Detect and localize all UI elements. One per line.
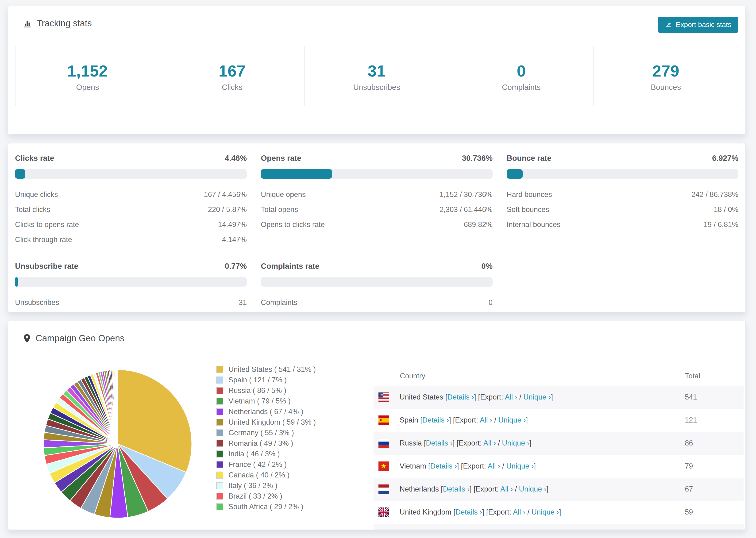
legend-item-canada: Canada ( 40 / 2% ) bbox=[216, 471, 338, 479]
export-all-link[interactable]: All › bbox=[505, 393, 517, 401]
rate-row-value: 4.147% bbox=[222, 236, 247, 244]
rate-row-value: 0 bbox=[489, 298, 493, 307]
progress-bar-fill bbox=[507, 169, 523, 179]
legend-label: Spain ( 121 / 7% ) bbox=[229, 376, 287, 384]
dotted-leader bbox=[563, 227, 701, 227]
country-flag-icon-nl bbox=[378, 484, 389, 494]
stat-cell-unsubscribes: 31Unsubscribes bbox=[304, 46, 449, 106]
geo-table-header-row: Country Total bbox=[374, 366, 743, 386]
stat-label: Unsubscribes bbox=[305, 83, 449, 92]
legend-label: Netherlands ( 67 / 4% ) bbox=[229, 407, 303, 416]
export-unique-link[interactable]: Unique › bbox=[519, 485, 546, 493]
legend-swatch bbox=[216, 461, 223, 468]
rate-block-unsubscribe-rate: Unsubscribe rate0.77%Unsubscribes31 bbox=[15, 262, 247, 310]
rate-row-label: Click through rate bbox=[15, 236, 72, 244]
country-links: Spain [Details ›] [Export: All › / Uniqu… bbox=[400, 416, 528, 424]
rates-card: Clicks rate4.46%Unique clicks167 / 4.456… bbox=[8, 143, 746, 312]
progress-bar-fill bbox=[15, 169, 26, 179]
legend-label: India ( 46 / 3% ) bbox=[229, 450, 280, 458]
progress-bar-track bbox=[15, 277, 247, 287]
export-basic-stats-button[interactable]: Export basic stats bbox=[658, 17, 738, 32]
rate-block-clicks-rate: Clicks rate4.46%Unique clicks167 / 4.456… bbox=[15, 154, 247, 247]
legend-swatch bbox=[216, 503, 223, 510]
export-unique-link[interactable]: Unique › bbox=[498, 416, 526, 424]
legend-label: Canada ( 40 / 2% ) bbox=[229, 471, 290, 479]
rate-row-label: Unsubscribes bbox=[15, 298, 59, 307]
rate-title: Complaints rate bbox=[261, 262, 319, 271]
progress-bar-track bbox=[15, 169, 247, 179]
dotted-leader bbox=[53, 212, 205, 212]
legend-item-france: France ( 42 / 2% ) bbox=[216, 460, 338, 469]
rate-row-label: Complaints bbox=[261, 298, 297, 307]
dotted-leader bbox=[328, 227, 461, 227]
details-link[interactable]: Details › bbox=[447, 393, 474, 401]
details-link[interactable]: Details › bbox=[422, 416, 449, 424]
rate-row-value: 31 bbox=[239, 298, 247, 307]
total-cell: 86 bbox=[685, 432, 743, 455]
rate-value: 0% bbox=[481, 262, 493, 271]
geo-pie-chart[interactable] bbox=[42, 369, 193, 519]
dotted-leader bbox=[75, 242, 219, 242]
legend-item-germany: Germany ( 55 / 3% ) bbox=[216, 429, 338, 437]
export-all-link[interactable]: All › bbox=[500, 485, 513, 493]
total-cell: 121 bbox=[685, 409, 743, 432]
country-name: United Kingdom bbox=[400, 508, 452, 516]
rate-row: Complaints0 bbox=[261, 295, 493, 310]
total-cell: 541 bbox=[685, 386, 743, 409]
geo-table-row-de: Germany [Details ›] [Export: All › / Uni… bbox=[374, 524, 743, 530]
dotted-leader bbox=[61, 197, 201, 197]
geo-table-wrap: Country Total United States [Details ›] … bbox=[374, 366, 743, 530]
rate-title: Unsubscribe rate bbox=[15, 262, 79, 271]
rate-value: 6.927% bbox=[712, 154, 738, 163]
map-pin-icon bbox=[23, 334, 31, 343]
stat-value: 0 bbox=[449, 62, 593, 80]
rate-head: Complaints rate0% bbox=[261, 262, 493, 271]
export-all-link[interactable]: All › bbox=[513, 508, 525, 516]
stat-cell-bounces: 279Bounces bbox=[593, 46, 738, 106]
rate-row-value: 14.497% bbox=[218, 220, 247, 229]
export-all-link[interactable]: All › bbox=[488, 462, 500, 470]
legend-swatch bbox=[216, 471, 223, 479]
geo-table: Country Total United States [Details ›] … bbox=[374, 366, 743, 530]
export-unique-link[interactable]: Unique › bbox=[531, 508, 559, 516]
progress-bar-track bbox=[261, 169, 493, 179]
export-icon bbox=[665, 21, 672, 28]
legend-label: Brazil ( 33 / 2% ) bbox=[229, 492, 282, 501]
export-all-link[interactable]: All › bbox=[480, 416, 492, 424]
rate-row-label: Soft bounces bbox=[507, 205, 549, 214]
details-link[interactable]: Details › bbox=[456, 508, 482, 516]
rate-row-label: Opens to clicks rate bbox=[261, 220, 325, 229]
rate-row-label: Clicks to opens rate bbox=[15, 220, 79, 229]
rate-row: Soft bounces18 / 0% bbox=[507, 202, 738, 217]
stat-label: Bounces bbox=[594, 83, 738, 92]
stat-value: 279 bbox=[594, 62, 738, 80]
export-all-link[interactable]: All › bbox=[483, 439, 496, 447]
details-link[interactable]: Details › bbox=[430, 462, 457, 470]
geo-table-row-vn: Vietnam [Details ›] [Export: All › / Uni… bbox=[374, 455, 743, 478]
dotted-leader bbox=[301, 212, 437, 212]
export-unique-link[interactable]: Unique › bbox=[506, 462, 534, 470]
rates-grid: Clicks rate4.46%Unique clicks167 / 4.456… bbox=[15, 154, 738, 310]
dotted-leader bbox=[62, 305, 236, 305]
stat-value: 1,152 bbox=[16, 62, 160, 80]
rate-row-value: 242 / 86.738% bbox=[691, 190, 738, 199]
country-links: United Kingdom [Details ›] [Export: All … bbox=[400, 508, 561, 516]
rate-row: Unique opens1,152 / 30.736% bbox=[261, 187, 493, 202]
export-unique-link[interactable]: Unique › bbox=[502, 439, 529, 447]
legend-swatch bbox=[216, 429, 223, 436]
legend-label: Germany ( 55 / 3% ) bbox=[229, 429, 294, 437]
column-header-total: Total bbox=[685, 366, 743, 386]
export-unique-link[interactable]: Unique › bbox=[523, 393, 551, 401]
dotted-leader bbox=[308, 197, 437, 197]
details-link[interactable]: Details › bbox=[426, 439, 453, 447]
campaign-geo-opens-header: Campaign Geo Opens bbox=[8, 321, 745, 354]
geo-table-row-gb: United Kingdom [Details ›] [Export: All … bbox=[374, 501, 743, 524]
details-link[interactable]: Details › bbox=[443, 485, 469, 493]
geo-pie-legend: United States ( 541 / 31% )Spain ( 121 /… bbox=[216, 354, 338, 530]
progress-bar-fill bbox=[15, 277, 18, 287]
legend-item-netherlands: Netherlands ( 67 / 4% ) bbox=[216, 407, 338, 416]
legend-item-russia: Russia ( 86 / 5% ) bbox=[216, 386, 338, 395]
country-links: Russia [Details ›] [Export: All › / Uniq… bbox=[400, 439, 531, 447]
legend-item-united-kingdom: United Kingdom ( 59 / 3% ) bbox=[216, 418, 338, 426]
legend-item-spain: Spain ( 121 / 7% ) bbox=[216, 376, 338, 384]
